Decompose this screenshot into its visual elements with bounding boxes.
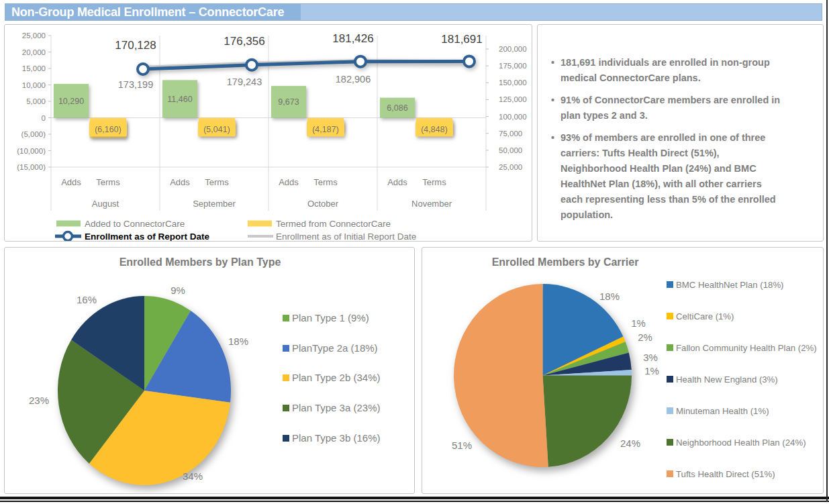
summary-bullet: •181,691 individuals are enrolled in non… <box>551 55 785 86</box>
legend-label: PlanType 2a (18%) <box>292 342 378 354</box>
legend-swatch <box>667 407 673 414</box>
left-axis-tick-label: 10,000 <box>22 81 46 89</box>
pie-pct-label: 51% <box>452 440 472 451</box>
right-axis-tick-label: 100,000 <box>499 113 527 121</box>
line-marker <box>464 56 475 66</box>
legend-label: Health New England (3%) <box>676 374 778 385</box>
month-label: August <box>92 199 119 209</box>
adds-bar-label: 10,290 <box>58 97 84 106</box>
legend-label: Minuteman Health (1%) <box>676 406 769 416</box>
terms-bar-label: (5,041) <box>203 125 230 134</box>
legend-swatch-added <box>56 221 81 227</box>
legend-label-initial: Enrollment as of Initial Report Date <box>276 232 416 241</box>
category-label-adds: Adds <box>387 177 407 187</box>
legend-label-report: Enrollment as of Report Date <box>85 232 210 241</box>
bullet-dot: • <box>551 55 560 86</box>
carrier-pie-chart: Enrolled Members by Carrier18%1%2%3%1%24… <box>422 248 823 493</box>
legend-label-termed: Termed from ConnectorCare <box>276 219 391 229</box>
legend-swatch <box>667 376 673 383</box>
category-label-adds: Adds <box>170 177 190 187</box>
month-label: October <box>307 199 339 209</box>
carrier-pie-panel[interactable]: Enrolled Members by Carrier18%1%2%3%1%24… <box>422 247 824 494</box>
pie-legend: Plan Type 1 (9%)PlanType 2a (18%)Plan Ty… <box>283 312 380 444</box>
category-label-terms: Terms <box>205 177 229 187</box>
pie-pct-label: 1% <box>631 317 646 329</box>
summary-bullets: •181,691 individuals are enrolled in non… <box>551 55 785 230</box>
adds-bar-label: 9,673 <box>278 97 299 107</box>
legend-swatch <box>283 374 289 381</box>
category-label-terms: Terms <box>422 177 446 187</box>
legend-swatch <box>283 345 289 352</box>
right-axis-tick-label: 175,000 <box>499 62 527 70</box>
enrollment-trend-chart-panel[interactable]: 25,00020,00015,00010,0005,0000(5,000)(10… <box>4 24 532 242</box>
legend-label: Neighborhood Health Plan (24%) <box>676 438 806 448</box>
pie-pct-label: 9% <box>170 285 185 296</box>
summary-text-panel: •181,691 individuals are enrolled in non… <box>537 24 824 242</box>
pie-pct-label: 18% <box>228 336 248 347</box>
line-marker <box>355 56 366 67</box>
initial-line-label: 182,906 <box>336 74 371 85</box>
right-axis-tick-label: 25,000 <box>499 163 522 171</box>
legend-swatch-termed <box>248 221 272 227</box>
pie-legend: BMC HealthNet Plan (18%)CeltiCare (1%)Fa… <box>667 280 817 479</box>
plan-type-pie-panel[interactable]: Enrolled Members by Plan Type9%18%34%23%… <box>4 247 415 494</box>
pie-slice <box>543 376 632 467</box>
legend-swatch <box>283 405 289 411</box>
report-line-label: 170,128 <box>115 39 156 52</box>
terms-bar-label: (4,187) <box>312 125 339 134</box>
title-bar: Non-Group Medical Enrollment – Connector… <box>5 3 822 21</box>
category-label-adds: Adds <box>279 177 299 187</box>
legend-swatch <box>283 435 289 442</box>
right-axis-tick-label: 150,000 <box>499 79 527 87</box>
legend-label: Plan Type 1 (9%) <box>292 312 369 323</box>
combo-legend: Added to ConnectorCareTermed from Connec… <box>55 219 416 241</box>
right-axis-tick-label: 125,000 <box>499 95 527 103</box>
legend-label: Tufts Health Direct (51%) <box>676 469 775 479</box>
bar-labels: 10,29011,4609,6736,086 <box>58 95 408 113</box>
adds-bar-label: 6,086 <box>387 103 407 113</box>
report-line-label: 176,356 <box>224 35 264 48</box>
left-axis-tick-label: (15,000) <box>17 163 46 171</box>
pie-pct-label: 1% <box>644 365 659 376</box>
right-axis-tick-label: 75,000 <box>499 130 522 138</box>
category-label-adds: Adds <box>61 177 81 187</box>
legend-label: BMC HealthNet Plan (18%) <box>676 280 784 290</box>
legend-label: Plan Type 2b (34%) <box>292 372 380 383</box>
report-line-label: 181,426 <box>332 32 373 45</box>
page-title: Non-Group Medical Enrollment – Connector… <box>11 5 284 19</box>
line-marker <box>138 64 148 74</box>
pie-pct-label: 3% <box>643 352 658 363</box>
legend-label-added: Added to ConnectorCare <box>85 219 185 229</box>
category-label-terms: Terms <box>313 177 338 187</box>
legend-swatch <box>667 344 673 351</box>
bullet-text: 91% of ConnectorCare members are enrolle… <box>560 93 785 123</box>
legend-label: Fallon Community Health Plan (2%) <box>676 343 817 353</box>
left-axis-tick-label: (10,000) <box>17 147 46 155</box>
pie-pct-label: 34% <box>183 470 203 482</box>
bullet-dot: • <box>551 93 560 123</box>
pie-pct-label: 16% <box>77 294 97 305</box>
adds-bar-label: 11,460 <box>167 95 192 104</box>
page-bottom-border <box>0 497 829 499</box>
left-axis-tick-label: 25,000 <box>22 32 46 40</box>
plan-type-pie-chart: Enrolled Members by Plan Type9%18%34%23%… <box>5 248 414 493</box>
legend-swatch <box>283 315 289 321</box>
left-axis-tick-label: 15,000 <box>22 64 46 72</box>
right-axis-tick-label: 50,000 <box>499 146 522 154</box>
category-label-terms: Terms <box>96 177 120 187</box>
line-marker <box>246 60 257 70</box>
month-label: September <box>193 199 236 209</box>
pie <box>58 296 231 485</box>
pie-pct-label: 18% <box>599 291 620 302</box>
legend-swatch <box>667 470 673 477</box>
page-bottom-border-2 <box>0 501 829 502</box>
left-axis-tick-label: 5,000 <box>26 97 46 105</box>
summary-bullet: •93% of members are enrolled in one of t… <box>551 130 785 223</box>
page-right-border <box>826 0 828 502</box>
legend-swatch <box>667 281 673 288</box>
pie-title: Enrolled Members by Plan Type <box>119 256 281 268</box>
combo-chart: 25,00020,00015,00010,0005,0000(5,000)(10… <box>5 25 532 241</box>
pie-title: Enrolled Members by Carrier <box>492 256 639 268</box>
month-label: November <box>411 199 452 209</box>
bullet-dot: • <box>551 130 560 223</box>
